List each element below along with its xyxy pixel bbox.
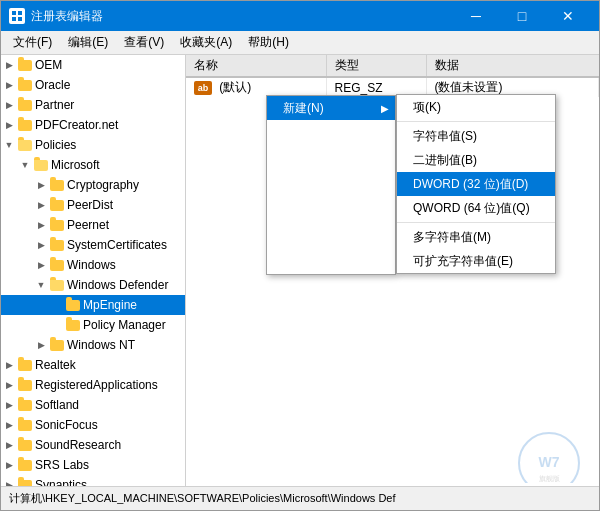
window-icon [9, 8, 25, 24]
watermark: W7 旗舰版 [499, 423, 599, 486]
expander-windefender: ▼ [33, 277, 49, 293]
minimize-button[interactable]: ─ [453, 1, 499, 31]
expander-windowsnt: ▶ [33, 337, 49, 353]
tree-item-synaptics[interactable]: ▶ Synaptics [1, 475, 185, 486]
expander-soundresearch: ▶ [1, 437, 17, 453]
menu-favorites[interactable]: 收藏夹(A) [172, 32, 240, 54]
expander-windows: ▶ [33, 257, 49, 273]
tree-item-peerdist[interactable]: ▶ PeerDist [1, 195, 185, 215]
context-menu-main: 新建(N) ▶ [266, 95, 396, 275]
expander-srslabs: ▶ [1, 457, 17, 473]
col-type[interactable]: 类型 [326, 55, 426, 77]
svg-rect-1 [18, 11, 22, 15]
tree-item-pdfcreator[interactable]: ▶ PDFCreator.net [1, 115, 185, 135]
tree-item-srslabs[interactable]: ▶ SRS Labs [1, 455, 185, 475]
folder-icon-windows [49, 257, 65, 273]
submenu-item-string[interactable]: 字符串值(S) [397, 124, 555, 148]
expander-policies: ▼ [1, 137, 17, 153]
folder-icon-realtek [17, 357, 33, 373]
tree-item-oracle[interactable]: ▶ Oracle [1, 75, 185, 95]
expander-microsoft: ▼ [17, 157, 33, 173]
context-submenu: 项(K) 字符串值(S) 二进制值(B) DWORD (32 位)值(D) QW… [396, 94, 556, 274]
tree-item-policymgr[interactable]: Policy Manager [1, 315, 185, 335]
expander-oem: ▶ [1, 57, 17, 73]
col-name[interactable]: 名称 [186, 55, 326, 77]
folder-icon-policies [17, 137, 33, 153]
expander-oracle: ▶ [1, 77, 17, 93]
tree-item-cryptography[interactable]: ▶ Cryptography [1, 175, 185, 195]
submenu-item-expandstring[interactable]: 可扩充字符串值(E) [397, 249, 555, 273]
folder-icon-policymgr [65, 317, 81, 333]
submenu-item-multistring[interactable]: 多字符串值(M) [397, 225, 555, 249]
title-bar: 注册表编辑器 ─ □ ✕ [1, 1, 599, 31]
expander-synaptics: ▶ [1, 477, 17, 486]
submenu-item-binary[interactable]: 二进制值(B) [397, 148, 555, 172]
expander-mpengine [49, 297, 65, 313]
status-bar: 计算机\HKEY_LOCAL_MACHINE\SOFTWARE\Policies… [1, 486, 599, 510]
folder-icon-microsoft [33, 157, 49, 173]
tree-item-windefender[interactable]: ▼ Windows Defender [1, 275, 185, 295]
close-button[interactable]: ✕ [545, 1, 591, 31]
right-panel: 名称 类型 数据 ab (默认) REG_SZ (数值未设置) [186, 55, 599, 486]
menu-bar: 文件(F) 编辑(E) 查看(V) 收藏夹(A) 帮助(H) [1, 31, 599, 55]
expander-cryptography: ▶ [33, 177, 49, 193]
svg-text:W7: W7 [539, 454, 560, 470]
tree-item-microsoft[interactable]: ▼ Microsoft [1, 155, 185, 175]
main-content: ▶ OEM ▶ Oracle ▶ Partner ▶ PDFCreator.ne… [1, 55, 599, 486]
folder-icon-partner [17, 97, 33, 113]
tree-item-partner[interactable]: ▶ Partner [1, 95, 185, 115]
folder-icon-windefender [49, 277, 65, 293]
folder-icon-regapps [17, 377, 33, 393]
tree-item-windowsnt[interactable]: ▶ Windows NT [1, 335, 185, 355]
tree-item-policies[interactable]: ▼ Policies [1, 135, 185, 155]
tree-item-realtek[interactable]: ▶ Realtek [1, 355, 185, 375]
submenu-item-qword[interactable]: QWORD (64 位)值(Q) [397, 196, 555, 220]
svg-rect-2 [12, 17, 16, 21]
cell-name: ab (默认) [186, 77, 326, 97]
folder-icon-mpengine [65, 297, 81, 313]
menu-view[interactable]: 查看(V) [116, 32, 172, 54]
tree-item-mpengine[interactable]: MpEngine [1, 295, 185, 315]
tree-item-soundresearch[interactable]: ▶ SoundResearch [1, 435, 185, 455]
tree-panel[interactable]: ▶ OEM ▶ Oracle ▶ Partner ▶ PDFCreator.ne… [1, 55, 186, 486]
folder-icon-peernet [49, 217, 65, 233]
folder-icon-peerdist [49, 197, 65, 213]
tree-item-softland[interactable]: ▶ Softland [1, 395, 185, 415]
svg-rect-3 [18, 17, 22, 21]
menu-help[interactable]: 帮助(H) [240, 32, 297, 54]
tree-item-peernet[interactable]: ▶ Peernet [1, 215, 185, 235]
folder-icon-systemcerts [49, 237, 65, 253]
folder-icon-softland [17, 397, 33, 413]
window-controls: ─ □ ✕ [453, 1, 591, 31]
folder-icon-oracle [17, 77, 33, 93]
menu-edit[interactable]: 编辑(E) [60, 32, 116, 54]
svg-rect-0 [12, 11, 16, 15]
expander-policymgr [49, 317, 65, 333]
folder-icon-sonicfocus [17, 417, 33, 433]
tree-item-windows[interactable]: ▶ Windows [1, 255, 185, 275]
window-title: 注册表编辑器 [31, 8, 453, 25]
submenu-item-dword[interactable]: DWORD (32 位)值(D) [397, 172, 555, 196]
registry-editor-window: 注册表编辑器 ─ □ ✕ 文件(F) 编辑(E) 查看(V) 收藏夹(A) 帮助… [0, 0, 600, 511]
expander-peernet: ▶ [33, 217, 49, 233]
folder-icon-srslabs [17, 457, 33, 473]
tree-item-systemcerts[interactable]: ▶ SystemCertificates [1, 235, 185, 255]
expander-softland: ▶ [1, 397, 17, 413]
col-data[interactable]: 数据 [426, 55, 599, 77]
svg-text:旗舰版: 旗舰版 [539, 475, 560, 483]
status-text: 计算机\HKEY_LOCAL_MACHINE\SOFTWARE\Policies… [9, 491, 396, 506]
maximize-button[interactable]: □ [499, 1, 545, 31]
menu-file[interactable]: 文件(F) [5, 32, 60, 54]
expander-peerdist: ▶ [33, 197, 49, 213]
submenu-item-key[interactable]: 项(K) [397, 95, 555, 119]
folder-icon-windowsnt [49, 337, 65, 353]
folder-icon-soundresearch [17, 437, 33, 453]
svg-point-4 [519, 433, 579, 483]
tree-item-regapps[interactable]: ▶ RegisteredApplications [1, 375, 185, 395]
tree-item-oem[interactable]: ▶ OEM [1, 55, 185, 75]
expander-pdfcreator: ▶ [1, 117, 17, 133]
context-menu-new[interactable]: 新建(N) ▶ [267, 96, 395, 120]
tree-item-sonicfocus[interactable]: ▶ SonicFocus [1, 415, 185, 435]
expander-realtek: ▶ [1, 357, 17, 373]
expander-partner: ▶ [1, 97, 17, 113]
